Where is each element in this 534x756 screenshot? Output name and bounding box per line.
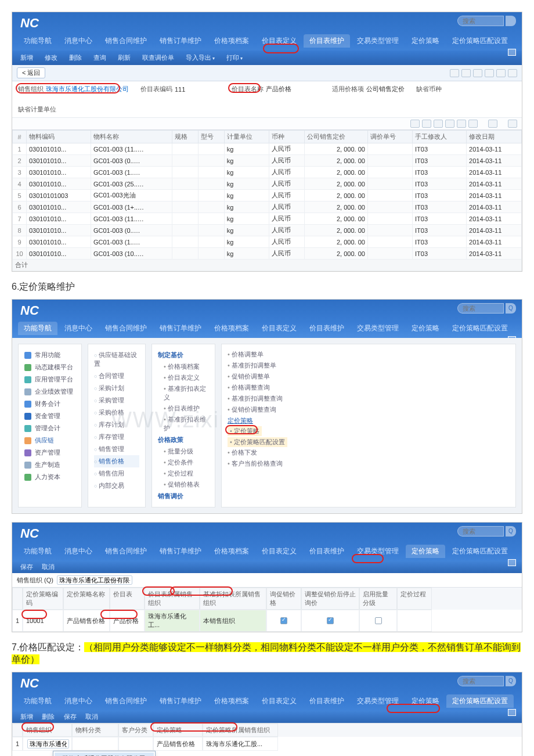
tab[interactable]: 消息中心 <box>59 322 98 335</box>
tab[interactable]: 价格项档案 <box>208 545 255 558</box>
cell[interactable]: 本销售组织 <box>200 610 266 632</box>
cell[interactable]: 产品价格 <box>110 610 145 632</box>
tab[interactable]: 价目表定义 <box>256 694 302 708</box>
tbl-icon-3[interactable] <box>434 120 443 128</box>
submenu-item[interactable]: 销售价格 <box>94 455 139 467</box>
restore-icon[interactable] <box>508 49 516 56</box>
tab[interactable]: 销售合同维护 <box>99 694 153 708</box>
table-row[interactable]: 9030101010...GC01-003 (1..…kg人民币2, 000. … <box>13 236 522 248</box>
attach-icon[interactable] <box>450 69 459 77</box>
table-row[interactable]: 7030101010...GC01-003 (11..…kg人民币2, 000.… <box>13 213 522 225</box>
cell[interactable] <box>118 737 153 751</box>
tbl-icon-2[interactable] <box>422 120 431 128</box>
tab[interactable]: 价格项档案 <box>208 322 255 335</box>
btn-delete[interactable]: 删除 <box>38 712 58 721</box>
submenu-item[interactable]: 库存计划 <box>94 419 139 431</box>
tbl-icon-7[interactable] <box>488 120 497 128</box>
submenu-item[interactable]: 采购计划 <box>94 382 139 394</box>
menu-item[interactable]: 批量分级 <box>158 446 209 457</box>
next-icon[interactable] <box>485 69 494 77</box>
tab[interactable]: 价目表定义 <box>256 545 302 558</box>
btn-new[interactable]: 新增 <box>17 712 37 721</box>
cell[interactable] <box>72 737 118 751</box>
submenu-item[interactable]: 供应链基础设置 <box>94 349 139 370</box>
subtitle-strategy[interactable]: 定价策略 <box>228 415 510 426</box>
menu-item-strategy[interactable]: 定价策略 <box>228 426 262 436</box>
table-row[interactable]: 1030101010...GC01-003 (11..…kg人民币2, 000.… <box>13 143 522 155</box>
tbl-icon-4[interactable] <box>445 120 454 128</box>
tab[interactable]: 价格项档案 <box>208 694 255 708</box>
search-icon[interactable]: Q <box>506 676 516 686</box>
btn-save[interactable]: 保存 <box>17 562 37 571</box>
cell[interactable]: 珠海市乐通化工... <box>145 610 200 632</box>
back-button[interactable]: < 返回 <box>17 67 45 78</box>
btn-link-adjust[interactable]: 联查调价单 <box>139 52 178 63</box>
submenu-item[interactable]: 采购管理 <box>94 394 139 406</box>
tab[interactable]: 功能导航 <box>18 322 57 335</box>
tbl-icon-5[interactable] <box>457 120 466 128</box>
btn-refresh[interactable]: 刷新 <box>114 52 134 63</box>
search-input[interactable] <box>457 16 504 26</box>
tab-strategy[interactable]: 定价策略 <box>406 34 445 48</box>
prev-icon[interactable] <box>473 69 482 77</box>
cell[interactable] <box>266 610 301 632</box>
table-row[interactable]: 6030101010...GC01-003 (1+..…kg人民币2, 000.… <box>13 201 522 213</box>
btn-importexport[interactable]: 导入导出 <box>182 52 218 63</box>
btn-print[interactable]: 打印 <box>223 52 246 63</box>
tab[interactable]: 销售订单维护 <box>154 545 207 558</box>
checkbox-icon[interactable] <box>280 617 287 624</box>
last-icon[interactable] <box>496 69 506 77</box>
module-item[interactable]: 财务会计 <box>24 398 75 410</box>
tab[interactable]: 功能导航 <box>18 545 57 558</box>
checkbox-icon[interactable] <box>375 617 382 624</box>
cell[interactable]: 1 <box>12 610 23 632</box>
menu-item[interactable]: 价目表维护 <box>158 403 209 414</box>
tab[interactable]: 销售合同维护 <box>99 322 153 335</box>
tab[interactable]: 价目表维护 <box>304 694 350 708</box>
submenu-item[interactable]: 内部交易 <box>94 480 139 492</box>
btn-cancel[interactable]: 取消 <box>38 562 58 571</box>
module-item[interactable]: 生产制造 <box>24 459 75 471</box>
menu-item[interactable]: 价格调整单 <box>228 349 510 360</box>
menu-item[interactable]: 定价条件 <box>158 457 209 468</box>
tab-order[interactable]: 销售订单维护 <box>154 34 207 48</box>
submenu-item[interactable]: 合同管理 <box>94 370 139 382</box>
cell[interactable] <box>23 737 72 751</box>
cell[interactable]: 10001 <box>23 610 63 632</box>
submenu-item[interactable]: 库存管理 <box>94 431 139 443</box>
search-icon[interactable]: Q <box>506 303 516 314</box>
submenu-item[interactable]: 销售信用 <box>94 467 139 480</box>
search-input[interactable] <box>457 676 504 686</box>
tab-funcnav[interactable]: 功能导航 <box>18 34 57 48</box>
menu-item[interactable]: 客户当前价格查询 <box>228 458 510 469</box>
tab-txtype[interactable]: 交易类型管理 <box>351 34 405 48</box>
module-item[interactable]: 供应链 <box>24 434 75 447</box>
search-input[interactable] <box>457 526 504 537</box>
tab[interactable]: 定价策略匹配设置 <box>446 322 514 335</box>
tab[interactable]: 交易类型管理 <box>351 694 405 708</box>
tab[interactable]: 交易类型管理 <box>351 322 405 335</box>
module-item[interactable]: 人力资本 <box>24 471 75 483</box>
tab[interactable]: 消息中心 <box>59 694 98 708</box>
module-item[interactable]: 常用功能 <box>24 349 75 361</box>
btn-save[interactable]: 保存 <box>60 712 80 721</box>
btn-query[interactable]: 查询 <box>90 52 110 63</box>
module-item[interactable]: 应用管理平台 <box>24 373 75 386</box>
tab-contract[interactable]: 销售合同维护 <box>99 34 153 48</box>
menu-item[interactable]: 促销价调整单 <box>228 371 510 382</box>
tab[interactable]: 功能导航 <box>18 694 57 708</box>
tab[interactable]: 定价策略匹配设置 <box>446 694 514 708</box>
tab-pricelistdef[interactable]: 价目表定义 <box>256 34 302 48</box>
table-row[interactable]: 10030101010...GC01-003 (10..…kg人民币2, 000… <box>13 248 522 260</box>
tab-msgcenter[interactable]: 消息中心 <box>59 34 98 48</box>
tab-strategymatch[interactable]: 定价策略匹配设置 <box>446 34 514 48</box>
table-row[interactable]: 3030101010...GC01-003 (1..…kg人民币2, 000. … <box>13 167 522 178</box>
menu-item[interactable]: 基准折扣调整查询 <box>228 393 510 404</box>
search-input[interactable] <box>457 303 504 314</box>
search-icon[interactable] <box>506 16 516 26</box>
cell[interactable]: 1 <box>12 737 23 751</box>
tab[interactable]: 定价策略 <box>406 545 445 558</box>
menu-item[interactable]: 价目表定义 <box>158 372 209 383</box>
tab-priceitem[interactable]: 价格项档案 <box>208 34 255 48</box>
checkbox-icon[interactable] <box>327 617 334 624</box>
